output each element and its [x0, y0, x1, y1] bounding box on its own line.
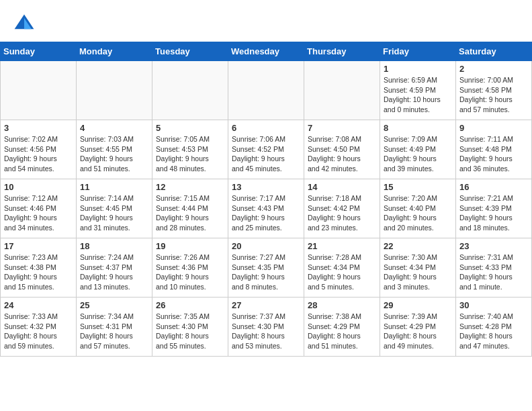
day-number: 29	[384, 300, 452, 310]
day-info: Sunrise: 7:02 AMSunset: 4:56 PMDaylight:…	[4, 134, 73, 174]
week-row-4: 24Sunrise: 7:33 AMSunset: 4:32 PMDayligh…	[1, 298, 532, 357]
day-number: 17	[4, 241, 73, 251]
day-cell: 15Sunrise: 7:20 AMSunset: 4:40 PMDayligh…	[380, 179, 456, 238]
day-cell: 13Sunrise: 7:17 AMSunset: 4:43 PMDayligh…	[228, 179, 304, 238]
day-cell: 9Sunrise: 7:11 AMSunset: 4:48 PMDaylight…	[456, 120, 532, 179]
day-cell: 7Sunrise: 7:08 AMSunset: 4:50 PMDaylight…	[304, 120, 380, 179]
weekday-header-tuesday: Tuesday	[152, 42, 228, 61]
day-cell: 2Sunrise: 7:00 AMSunset: 4:58 PMDaylight…	[456, 61, 532, 120]
day-cell: 16Sunrise: 7:21 AMSunset: 4:39 PMDayligh…	[456, 179, 532, 238]
logo	[12, 12, 39, 36]
day-number: 1	[384, 64, 452, 74]
weekday-header-thursday: Thursday	[304, 42, 380, 61]
week-row-0: 1Sunrise: 6:59 AMSunset: 4:59 PMDaylight…	[1, 61, 532, 120]
day-number: 10	[4, 182, 73, 192]
day-info: Sunrise: 6:59 AMSunset: 4:59 PMDaylight:…	[384, 75, 452, 115]
day-number: 11	[80, 182, 148, 192]
day-info: Sunrise: 7:26 AMSunset: 4:36 PMDaylight:…	[156, 253, 224, 292]
day-info: Sunrise: 7:14 AMSunset: 4:45 PMDaylight:…	[80, 193, 148, 233]
day-cell: 23Sunrise: 7:31 AMSunset: 4:33 PMDayligh…	[456, 238, 532, 298]
weekday-header-friday: Friday	[380, 42, 456, 61]
day-cell: 30Sunrise: 7:40 AMSunset: 4:28 PMDayligh…	[456, 298, 532, 357]
day-cell: 18Sunrise: 7:24 AMSunset: 4:37 PMDayligh…	[77, 238, 152, 298]
day-info: Sunrise: 7:15 AMSunset: 4:44 PMDaylight:…	[156, 193, 224, 233]
day-cell: 28Sunrise: 7:38 AMSunset: 4:29 PMDayligh…	[304, 298, 380, 357]
day-number: 26	[156, 300, 224, 310]
day-info: Sunrise: 7:34 AMSunset: 4:31 PMDaylight:…	[80, 312, 148, 351]
day-cell: 24Sunrise: 7:33 AMSunset: 4:32 PMDayligh…	[1, 298, 77, 357]
day-info: Sunrise: 7:20 AMSunset: 4:40 PMDaylight:…	[384, 193, 452, 233]
day-number: 6	[232, 123, 300, 133]
day-info: Sunrise: 7:05 AMSunset: 4:53 PMDaylight:…	[156, 134, 224, 174]
logo-icon	[12, 12, 36, 36]
day-info: Sunrise: 7:11 AMSunset: 4:48 PMDaylight:…	[459, 134, 528, 174]
day-cell: 3Sunrise: 7:02 AMSunset: 4:56 PMDaylight…	[1, 120, 77, 179]
weekday-header-wednesday: Wednesday	[228, 42, 304, 61]
day-number: 8	[384, 123, 452, 133]
day-cell: 6Sunrise: 7:06 AMSunset: 4:52 PMDaylight…	[228, 120, 304, 179]
week-row-3: 17Sunrise: 7:23 AMSunset: 4:38 PMDayligh…	[1, 238, 532, 298]
page: SundayMondayTuesdayWednesdayThursdayFrid…	[0, 0, 532, 357]
day-number: 24	[4, 300, 73, 310]
day-info: Sunrise: 7:35 AMSunset: 4:30 PMDaylight:…	[156, 312, 224, 351]
day-number: 27	[232, 300, 300, 310]
day-cell: 17Sunrise: 7:23 AMSunset: 4:38 PMDayligh…	[1, 238, 77, 298]
day-cell: 10Sunrise: 7:12 AMSunset: 4:46 PMDayligh…	[1, 179, 77, 238]
day-number: 23	[459, 241, 528, 251]
day-cell: 11Sunrise: 7:14 AMSunset: 4:45 PMDayligh…	[77, 179, 152, 238]
weekday-header-monday: Monday	[77, 42, 152, 61]
day-info: Sunrise: 7:37 AMSunset: 4:30 PMDaylight:…	[232, 312, 300, 351]
day-number: 18	[80, 241, 148, 251]
day-number: 21	[308, 241, 376, 251]
day-cell: 19Sunrise: 7:26 AMSunset: 4:36 PMDayligh…	[152, 238, 228, 298]
day-info: Sunrise: 7:39 AMSunset: 4:29 PMDaylight:…	[384, 312, 452, 351]
day-info: Sunrise: 7:18 AMSunset: 4:42 PMDaylight:…	[308, 193, 376, 233]
week-row-2: 10Sunrise: 7:12 AMSunset: 4:46 PMDayligh…	[1, 179, 532, 238]
weekday-header-sunday: Sunday	[1, 42, 77, 61]
day-info: Sunrise: 7:21 AMSunset: 4:39 PMDaylight:…	[459, 193, 528, 233]
day-info: Sunrise: 7:08 AMSunset: 4:50 PMDaylight:…	[308, 134, 376, 174]
header	[0, 0, 532, 42]
day-cell: 1Sunrise: 6:59 AMSunset: 4:59 PMDaylight…	[380, 61, 456, 120]
day-cell: 4Sunrise: 7:03 AMSunset: 4:55 PMDaylight…	[77, 120, 152, 179]
day-info: Sunrise: 7:33 AMSunset: 4:32 PMDaylight:…	[4, 312, 73, 351]
day-info: Sunrise: 7:31 AMSunset: 4:33 PMDaylight:…	[459, 253, 528, 292]
day-cell: 25Sunrise: 7:34 AMSunset: 4:31 PMDayligh…	[77, 298, 152, 357]
day-info: Sunrise: 7:24 AMSunset: 4:37 PMDaylight:…	[80, 253, 148, 292]
calendar: SundayMondayTuesdayWednesdayThursdayFrid…	[0, 42, 532, 357]
day-info: Sunrise: 7:40 AMSunset: 4:28 PMDaylight:…	[459, 312, 528, 351]
day-cell: 20Sunrise: 7:27 AMSunset: 4:35 PMDayligh…	[228, 238, 304, 298]
day-info: Sunrise: 7:38 AMSunset: 4:29 PMDaylight:…	[308, 312, 376, 351]
day-cell: 14Sunrise: 7:18 AMSunset: 4:42 PMDayligh…	[304, 179, 380, 238]
day-info: Sunrise: 7:12 AMSunset: 4:46 PMDaylight:…	[4, 193, 73, 233]
week-row-1: 3Sunrise: 7:02 AMSunset: 4:56 PMDaylight…	[1, 120, 532, 179]
day-cell	[152, 61, 228, 120]
weekday-header-saturday: Saturday	[456, 42, 532, 61]
day-number: 14	[308, 182, 376, 192]
day-number: 20	[232, 241, 300, 251]
day-number: 7	[308, 123, 376, 133]
day-number: 12	[156, 182, 224, 192]
day-info: Sunrise: 7:00 AMSunset: 4:58 PMDaylight:…	[459, 75, 528, 115]
day-info: Sunrise: 7:09 AMSunset: 4:49 PMDaylight:…	[384, 134, 452, 174]
day-cell	[77, 61, 152, 120]
day-number: 9	[459, 123, 528, 133]
day-cell: 8Sunrise: 7:09 AMSunset: 4:49 PMDaylight…	[380, 120, 456, 179]
day-info: Sunrise: 7:30 AMSunset: 4:34 PMDaylight:…	[384, 253, 452, 292]
day-cell	[304, 61, 380, 120]
day-cell	[1, 61, 77, 120]
day-info: Sunrise: 7:03 AMSunset: 4:55 PMDaylight:…	[80, 134, 148, 174]
day-number: 15	[384, 182, 452, 192]
day-info: Sunrise: 7:27 AMSunset: 4:35 PMDaylight:…	[232, 253, 300, 292]
day-number: 22	[384, 241, 452, 251]
day-number: 30	[459, 300, 528, 310]
day-cell: 27Sunrise: 7:37 AMSunset: 4:30 PMDayligh…	[228, 298, 304, 357]
day-cell: 26Sunrise: 7:35 AMSunset: 4:30 PMDayligh…	[152, 298, 228, 357]
weekday-header-row: SundayMondayTuesdayWednesdayThursdayFrid…	[1, 42, 532, 61]
day-cell	[228, 61, 304, 120]
day-cell: 29Sunrise: 7:39 AMSunset: 4:29 PMDayligh…	[380, 298, 456, 357]
day-number: 16	[459, 182, 528, 192]
day-cell: 22Sunrise: 7:30 AMSunset: 4:34 PMDayligh…	[380, 238, 456, 298]
day-info: Sunrise: 7:28 AMSunset: 4:34 PMDaylight:…	[308, 253, 376, 292]
day-info: Sunrise: 7:23 AMSunset: 4:38 PMDaylight:…	[4, 253, 73, 292]
